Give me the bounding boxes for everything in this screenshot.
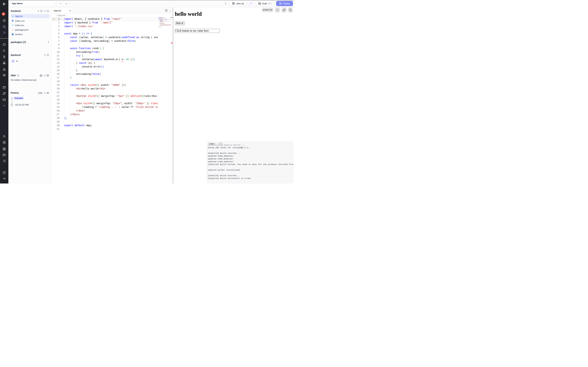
svg-text:TS: TS [12,34,13,35]
svg-text:3: 3 [12,20,13,21]
